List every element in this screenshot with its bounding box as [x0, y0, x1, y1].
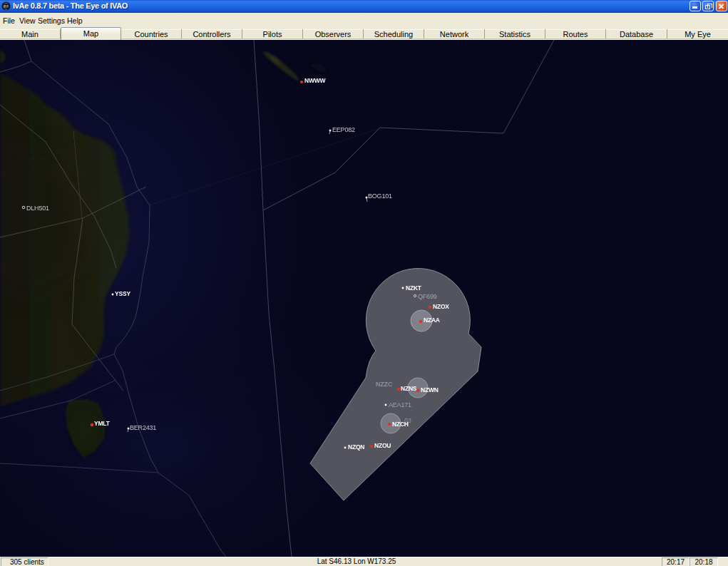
svg-text:BOG101: BOG101: [368, 192, 392, 200]
svg-text:NZQN: NZQN: [348, 443, 364, 451]
svg-text:QF699: QF699: [418, 293, 437, 300]
svg-text:DLH501: DLH501: [26, 205, 49, 212]
svg-text:NZOX: NZOX: [433, 303, 449, 310]
svg-text:NZKT: NZKT: [406, 284, 422, 292]
svg-text:NZAA: NZAA: [424, 317, 440, 324]
svg-text:AEA171: AEA171: [389, 401, 411, 408]
svg-text:NZOU: NZOU: [374, 442, 391, 449]
svg-text:NWWW: NWWW: [304, 77, 327, 84]
svg-text:BER2431: BER2431: [130, 424, 156, 431]
svg-text:NZZC: NZZC: [376, 381, 393, 388]
svg-text:NZNS: NZNS: [401, 385, 417, 392]
svg-text:NZWN: NZWN: [421, 386, 439, 393]
svg-text:NZCH: NZCH: [392, 421, 409, 428]
svg-text:YMLT: YMLT: [94, 420, 111, 427]
svg-text:YSSY: YSSY: [115, 290, 130, 297]
svg-text:EEP082: EEP082: [332, 126, 355, 133]
